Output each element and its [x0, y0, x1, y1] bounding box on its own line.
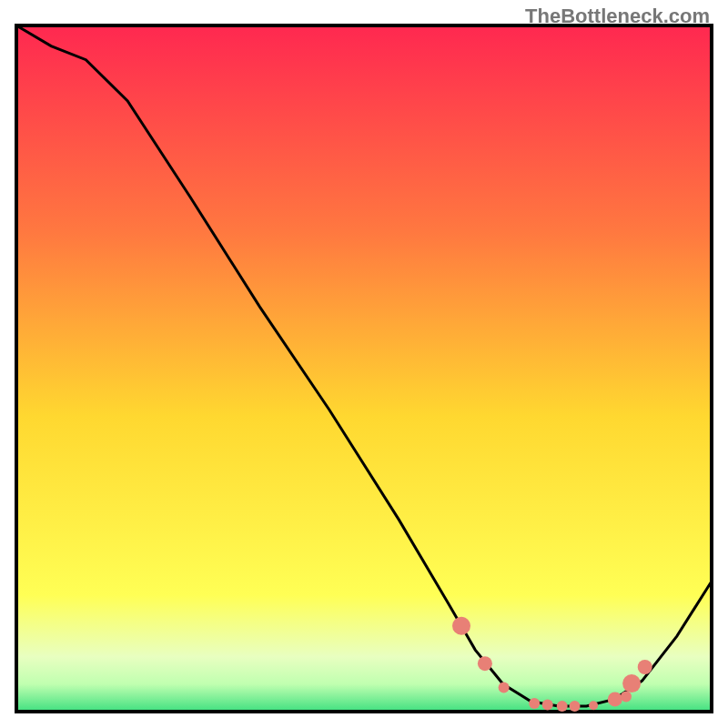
chart-svg: [0, 0, 728, 728]
data-marker: [452, 617, 470, 635]
data-marker: [638, 660, 652, 674]
data-marker: [499, 682, 510, 693]
data-marker: [570, 701, 581, 712]
data-marker: [542, 700, 553, 711]
data-marker: [621, 691, 632, 702]
data-marker: [529, 698, 540, 709]
data-marker: [608, 692, 622, 706]
data-marker: [622, 674, 641, 693]
attribution-label: TheBottleneck.com: [525, 5, 710, 28]
bottleneck-chart: TheBottleneck.com: [0, 0, 728, 728]
data-marker: [557, 701, 568, 712]
gradient-background: [16, 25, 712, 712]
data-marker: [478, 656, 492, 671]
data-marker: [589, 701, 598, 710]
